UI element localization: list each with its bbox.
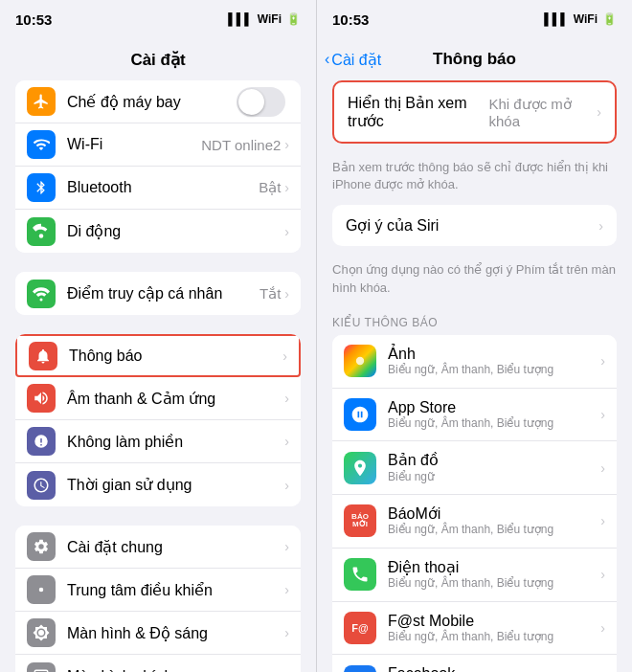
maps-chevron: ›: [600, 460, 605, 476]
settings-item-display[interactable]: Màn hình & Độ sáng ›: [15, 612, 301, 655]
cellular-chevron: ›: [284, 224, 289, 239]
left-time: 10:53: [15, 11, 52, 28]
maps-info: Bản đồ Biểu ngữ: [388, 451, 600, 484]
settings-item-sounds[interactable]: Âm thanh & Cảm ứng ›: [15, 377, 301, 420]
right-nav-bar: ‹ Cài đặt Thông báo: [317, 38, 632, 80]
general-icon: [27, 532, 56, 561]
hotspot-label: Điểm truy cập cá nhân: [67, 284, 260, 302]
left-nav-title: Cài đặt: [130, 50, 185, 70]
settings-item-hotspot[interactable]: Điểm truy cập cá nhân Tắt ›: [15, 272, 301, 315]
left-panel: 10:53 ▌▌▌ WiFi 🔋 Cài đặt Chế độ máy bay: [0, 0, 316, 672]
settings-item-bluetooth[interactable]: Bluetooth Bật ›: [15, 167, 301, 210]
sounds-chevron: ›: [284, 391, 289, 406]
preview-desc: Bản xem trước thông báo sẽ chỉ được hiển…: [317, 151, 632, 205]
r-signal-icon: ▌▌▌: [544, 12, 569, 26]
maps-name: Bản đồ: [388, 451, 600, 469]
app-item-photos[interactable]: Ảnh Biểu ngữ, Âm thanh, Biểu tượng ›: [332, 335, 617, 389]
cellular-label: Di động: [67, 222, 284, 240]
siri-section: Gợi ý của Siri ›: [332, 205, 617, 246]
general-label: Cài đặt chung: [67, 538, 284, 556]
airplane-icon: [27, 87, 56, 116]
settings-item-wallpaper[interactable]: Màn hình chính ›: [15, 655, 301, 672]
bluetooth-chevron: ›: [284, 180, 289, 195]
display-icon: [27, 618, 56, 647]
control-chevron: ›: [284, 582, 289, 597]
settings-item-screentime[interactable]: Thời gian sử dụng ›: [15, 463, 301, 506]
baomoi-app-icon: BÁO MỚI: [344, 504, 376, 537]
preview-item[interactable]: Hiển thị Bản xem trước Khi được mở khóa …: [334, 82, 615, 142]
screentime-chevron: ›: [284, 478, 289, 493]
back-chevron-icon: ‹: [325, 51, 329, 68]
settings-item-dnd[interactable]: Không làm phiền ›: [15, 420, 301, 463]
wifi-icon: [27, 130, 56, 159]
r-wifi-icon: WiFi: [574, 12, 598, 26]
settings-item-cellular[interactable]: Di động ›: [15, 210, 301, 253]
photos-chevron: ›: [600, 353, 605, 369]
apps-list: Ảnh Biểu ngữ, Âm thanh, Biểu tượng › App…: [332, 335, 617, 672]
right-nav-title: Thông báo: [433, 50, 516, 69]
photos-info: Ảnh Biểu ngữ, Âm thanh, Biểu tượng: [388, 345, 600, 378]
fast-name: F@st Mobile: [388, 612, 600, 630]
bluetooth-icon: [27, 173, 56, 202]
right-time: 10:53: [332, 11, 369, 28]
photos-sub: Biểu ngữ, Âm thanh, Biểu tượng: [388, 363, 600, 378]
hotspot-icon: [27, 280, 56, 308]
siri-chevron: ›: [598, 218, 603, 234]
settings-list: Chế độ máy bay Wi-Fi NDT online2 › Blue: [0, 80, 316, 672]
siri-item[interactable]: Gợi ý của Siri ›: [332, 205, 617, 246]
control-icon: [27, 575, 56, 604]
preview-value: Khi được mở khóa: [488, 96, 593, 129]
right-content: Hiển thị Bản xem trước Khi được mở khóa …: [317, 80, 632, 672]
settings-item-wifi[interactable]: Wi-Fi NDT online2 ›: [15, 123, 301, 167]
left-status-bar: 10:53 ▌▌▌ WiFi 🔋: [0, 0, 316, 38]
app-item-maps[interactable]: Bản đồ Biểu ngữ ›: [332, 441, 617, 495]
appstore-chevron: ›: [600, 407, 605, 422]
app-item-phone[interactable]: Điện thoại Biểu ngữ, Âm thanh, Biểu tượn…: [332, 549, 617, 602]
fast-chevron: ›: [600, 620, 605, 636]
right-status-bar: 10:53 ▌▌▌ WiFi 🔋: [317, 0, 632, 38]
signal-icon: ▌▌▌: [228, 12, 253, 26]
apps-section-header: KIỂU THÔNG BÁO: [317, 308, 632, 335]
bluetooth-label: Bluetooth: [67, 179, 259, 196]
display-chevron: ›: [284, 625, 289, 640]
r-battery-icon: 🔋: [602, 12, 617, 26]
group-system: Thông báo › Âm thanh & Cảm ứng › Không l…: [15, 334, 301, 506]
airplane-toggle[interactable]: [237, 87, 285, 117]
appstore-info: App Store Biểu ngữ, Âm thanh, Biểu tượng: [388, 398, 600, 432]
settings-item-notifications[interactable]: Thông báo ›: [15, 334, 301, 377]
facebook-name: Facebook: [388, 664, 600, 672]
phone-name: Điện thoại: [388, 558, 600, 576]
screentime-label: Thời gian sử dụng: [67, 476, 284, 494]
back-label: Cài đặt: [331, 51, 381, 69]
siri-label: Gợi ý của Siri: [346, 216, 439, 235]
svg-point-1: [40, 298, 43, 301]
app-item-baomoi[interactable]: BÁO MỚI BáoMới Biểu ngữ, Âm thanh, Biểu …: [332, 495, 617, 549]
fast-sub: Biểu ngữ, Âm thanh, Biểu tượng: [388, 630, 600, 645]
hotspot-chevron: ›: [284, 286, 289, 302]
left-nav-bar: Cài đặt: [0, 38, 316, 80]
wallpaper-chevron: ›: [284, 669, 289, 673]
preview-label: Hiển thị Bản xem trước: [348, 94, 488, 130]
app-item-appstore[interactable]: App Store Biểu ngữ, Âm thanh, Biểu tượng…: [332, 389, 617, 442]
svg-point-0: [39, 234, 44, 238]
phone-chevron: ›: [600, 567, 605, 582]
settings-item-airplane[interactable]: Chế độ máy bay: [15, 80, 301, 123]
siri-desc: Chọn ứng dụng nào có thể gợi ý Phím tắt …: [317, 254, 632, 307]
left-status-icons: ▌▌▌ WiFi 🔋: [228, 12, 301, 26]
phone-app-icon: [344, 558, 376, 591]
display-label: Màn hình & Độ sáng: [67, 624, 284, 642]
wallpaper-label: Màn hình chính: [67, 668, 284, 673]
phone-info: Điện thoại Biểu ngữ, Âm thanh, Biểu tượn…: [388, 558, 600, 592]
back-button[interactable]: ‹ Cài đặt: [325, 51, 381, 69]
app-item-fast[interactable]: F@ F@st Mobile Biểu ngữ, Âm thanh, Biểu …: [332, 602, 617, 656]
settings-item-control[interactable]: Trung tâm điều khiển ›: [15, 569, 301, 612]
group-device: Cài đặt chung › Trung tâm điều khiển › M…: [15, 526, 301, 672]
app-item-facebook[interactable]: f Facebook Âm thanh, Biểu tượng ›: [332, 655, 617, 672]
photos-app-icon: [344, 345, 376, 377]
wifi-value: NDT online2: [201, 137, 281, 153]
hotspot-value: Tắt: [260, 285, 281, 302]
maps-app-icon: [344, 452, 376, 484]
baomoi-chevron: ›: [600, 513, 605, 528]
appstore-app-icon: [344, 398, 376, 431]
settings-item-general[interactable]: Cài đặt chung ›: [15, 526, 301, 569]
